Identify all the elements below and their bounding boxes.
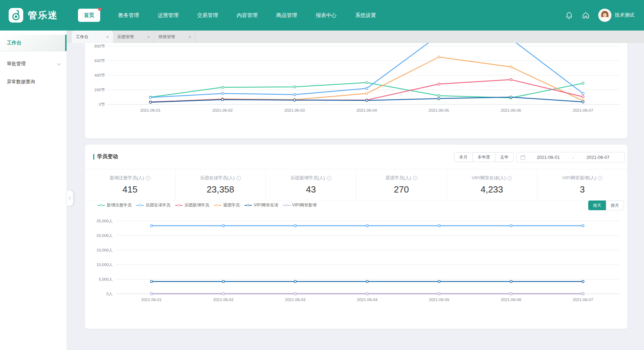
chevron-down-icon — [57, 61, 61, 65]
svg-text:10,000人: 10,000人 — [96, 263, 113, 267]
svg-text:2021-06-07: 2021-06-07 — [573, 108, 593, 112]
nav-item-home[interactable]: 首页 — [78, 9, 100, 22]
notification-dot — [98, 8, 101, 11]
legend-item[interactable]: VIP/网管在读 — [244, 202, 278, 208]
legend-marker — [244, 204, 252, 206]
tab-orchestra[interactable]: 乐团管理× — [113, 31, 154, 43]
svg-text:2021-06-04: 2021-06-04 — [357, 298, 377, 302]
stat-vip-new: VIP/网管新增(人)i 3 — [537, 169, 627, 200]
sidebar-item-abnormal-data[interactable]: 异常数据查询 — [0, 74, 67, 90]
home-icon[interactable] — [582, 11, 590, 19]
close-icon[interactable]: × — [188, 34, 191, 40]
period-this-month-button[interactable]: 本月 — [454, 152, 473, 162]
nav-item-reports[interactable]: 报表中心 — [306, 12, 346, 19]
nav-item-academic[interactable]: 教务管理 — [109, 12, 148, 19]
close-icon[interactable]: × — [106, 34, 109, 40]
calendar-icon — [520, 155, 525, 160]
svg-text:0节: 0节 — [99, 102, 105, 106]
sidebar-collapse-handle[interactable] — [67, 190, 73, 206]
mode-button-group: 按天 按月 — [588, 200, 624, 210]
svg-text:25,000人: 25,000人 — [96, 219, 113, 223]
info-icon[interactable]: i — [413, 176, 417, 180]
stat-value: 3 — [580, 184, 585, 195]
svg-text:2021-06-03: 2021-06-03 — [285, 298, 306, 302]
period-this-year-button[interactable]: 本年度 — [472, 152, 495, 162]
close-icon[interactable]: × — [147, 34, 150, 40]
students-chart: 0人5,000人10,000人15,000人20,000人25,000人2021… — [85, 212, 627, 305]
sidebar-item-workbench[interactable]: 工作台 — [0, 35, 67, 51]
nav-item-operations[interactable]: 运营管理 — [148, 12, 188, 19]
legend-marker — [136, 204, 144, 206]
stats-row: 新增注册学员(人)i 415 乐团在读学员(人)i 23,358 乐团新增学员(… — [85, 169, 627, 201]
svg-text:2021-06-01: 2021-06-01 — [140, 108, 161, 112]
date-separator: - — [571, 155, 575, 160]
info-icon[interactable]: i — [507, 176, 512, 180]
user-name: 技术测试 — [615, 12, 634, 18]
bell-icon[interactable] — [565, 11, 573, 19]
svg-text:2021-06-06: 2021-06-06 — [501, 108, 521, 112]
legend-item[interactable]: 新增注册学员 — [97, 202, 132, 208]
tab-workbench[interactable]: 工作台× — [72, 31, 113, 43]
legend-item[interactable]: 退团学员 — [214, 202, 240, 208]
date-end: 2021-06-07 — [575, 155, 621, 160]
active-accent-bar — [65, 35, 67, 51]
info-icon[interactable]: i — [598, 176, 602, 180]
stat-value: 23,358 — [207, 184, 234, 195]
tab-bar: 工作台× 乐团管理× 班级管理× — [67, 31, 644, 43]
date-range-picker[interactable]: 2021-06-01 - 2021-06-07 — [516, 152, 625, 162]
svg-text:2021-06-05: 2021-06-05 — [429, 298, 450, 302]
period-button-group: 本月 本年度 去年 — [454, 152, 514, 162]
tab-class[interactable]: 班级管理× — [154, 31, 195, 43]
stat-new-registered: 新增注册学员(人)i 415 — [85, 169, 175, 200]
legend-marker — [175, 204, 183, 206]
svg-text:20,000人: 20,000人 — [96, 233, 113, 238]
main-menu: 首页 教务管理 运营管理 交易管理 内容管理 商品管理 报表中心 系统设置 — [78, 0, 385, 31]
period-last-year-button[interactable]: 去年 — [495, 152, 514, 162]
section-title: 学员变动 — [97, 153, 118, 160]
svg-text:800节: 800节 — [94, 44, 105, 48]
legend-marker — [214, 204, 221, 206]
sessions-chart: 0节200节400节600节800节2021-06-012021-06-0220… — [85, 43, 627, 118]
legend-item[interactable]: VIP/网管新增 — [283, 202, 317, 208]
section-accent-bar — [93, 154, 94, 160]
sessions-chart-card: 0节200节400节600节800节2021-06-012021-06-0220… — [85, 43, 627, 138]
mode-by-month-button[interactable]: 按月 — [606, 200, 624, 210]
svg-text:2021-06-01: 2021-06-01 — [141, 298, 162, 302]
svg-text:400节: 400节 — [94, 73, 105, 77]
chart-legend: 新增注册学员 乐团在读学员 乐团新增学员 退团学员 VIP/网管在读 VIP/网… — [97, 202, 316, 208]
svg-text:2021-06-03: 2021-06-03 — [285, 108, 305, 112]
nav-item-settings[interactable]: 系统设置 — [346, 12, 385, 19]
info-icon[interactable]: i — [236, 176, 241, 180]
section-header: 学员变动 — [93, 153, 118, 160]
stat-value: 4,233 — [480, 184, 503, 195]
user-avatar — [598, 9, 611, 22]
info-icon[interactable]: i — [327, 176, 331, 180]
svg-text:200节: 200节 — [94, 88, 105, 92]
brand-name: 管乐迷 — [28, 0, 58, 31]
svg-text:2021-06-06: 2021-06-06 — [501, 298, 521, 302]
mode-by-day-button[interactable]: 按天 — [588, 200, 606, 210]
user-menu[interactable]: 技术测试 — [598, 9, 634, 22]
top-navbar: 管乐迷 首页 教务管理 运营管理 交易管理 内容管理 商品管理 报表中心 系统设… — [0, 0, 644, 31]
date-start: 2021-06-01 — [525, 155, 571, 160]
stat-orchestra-enrolled: 乐团在读学员(人)i 23,358 — [175, 169, 266, 200]
brand-logo-icon — [8, 8, 24, 23]
nav-item-trade[interactable]: 交易管理 — [188, 12, 227, 19]
legend-item[interactable]: 乐团新增学员 — [175, 202, 209, 208]
sidebar-item-approval[interactable]: 审批管理 — [0, 56, 67, 72]
sidebar: 工作台 审批管理 异常数据查询 — [0, 31, 67, 350]
stat-orchestra-new: 乐团新增学员(人)i 43 — [266, 169, 356, 200]
legend-item[interactable]: 乐团在读学员 — [136, 202, 171, 208]
svg-text:2021-06-02: 2021-06-02 — [212, 108, 233, 112]
svg-text:2021-06-04: 2021-06-04 — [357, 108, 377, 112]
svg-text:2021-06-07: 2021-06-07 — [573, 298, 593, 302]
legend-marker — [97, 204, 105, 206]
nav-item-content[interactable]: 内容管理 — [227, 12, 267, 19]
svg-text:0人: 0人 — [106, 292, 113, 296]
info-icon[interactable]: i — [146, 176, 150, 180]
nav-item-goods[interactable]: 商品管理 — [267, 12, 306, 19]
svg-text:2021-06-05: 2021-06-05 — [429, 108, 449, 112]
svg-text:2021-06-02: 2021-06-02 — [213, 298, 234, 302]
stat-value: 270 — [394, 184, 409, 195]
stat-value: 43 — [306, 184, 316, 195]
